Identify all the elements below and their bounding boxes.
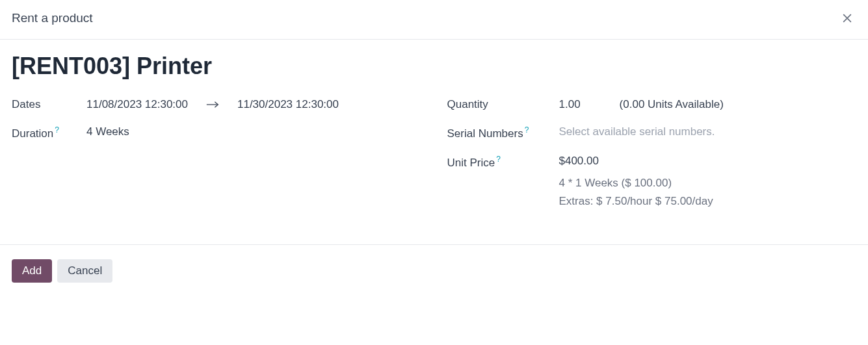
quantity-values: 1.00 (0.00 Units Available) — [559, 98, 724, 111]
modal-footer: Add Cancel — [0, 244, 868, 296]
quantity-label: Quantity — [447, 98, 559, 111]
unit-price-label: Unit Price? — [447, 155, 559, 170]
duration-row: Duration? 4 Weeks — [12, 125, 421, 140]
quantity-availability: (0.00 Units Available) — [620, 98, 724, 111]
unit-price-values: $400.00 4 * 1 Weeks ($ 100.00) Extras: $… — [559, 155, 713, 211]
form-grid: Dates 11/08/2023 12:30:00 11/30/2023 12:… — [12, 98, 856, 225]
product-title: [RENT003] Printer — [12, 53, 856, 80]
duration-label-text: Duration — [12, 127, 53, 140]
arrow-right-icon — [206, 101, 219, 109]
modal-header: Rent a product — [0, 0, 868, 40]
rent-product-modal: Rent a product [RENT003] Printer Dates 1… — [0, 0, 868, 296]
dates-label: Dates — [12, 98, 86, 111]
dates-values: 11/08/2023 12:30:00 11/30/2023 12:30:00 — [86, 98, 339, 111]
modal-body: [RENT003] Printer Dates 11/08/2023 12:30… — [0, 40, 868, 244]
duration-label: Duration? — [12, 125, 86, 140]
end-date[interactable]: 11/30/2023 12:30:00 — [237, 98, 339, 111]
unit-price-help-icon[interactable]: ? — [496, 155, 501, 164]
left-column: Dates 11/08/2023 12:30:00 11/30/2023 12:… — [12, 98, 421, 225]
dates-row: Dates 11/08/2023 12:30:00 11/30/2023 12:… — [12, 98, 421, 111]
duration-help-icon[interactable]: ? — [55, 125, 59, 134]
quantity-row: Quantity 1.00 (0.00 Units Available) — [447, 98, 857, 111]
quantity-value[interactable]: 1.00 — [559, 98, 581, 111]
serial-numbers-help-icon[interactable]: ? — [525, 125, 529, 134]
unit-price-label-text: Unit Price — [447, 156, 495, 168]
unit-price-amount[interactable]: $400.00 — [559, 155, 713, 168]
serial-numbers-row: Serial Numbers? Select available serial … — [447, 125, 857, 140]
unit-price-details: 4 * 1 Weeks ($ 100.00) Extras: $ 7.50/ho… — [559, 174, 713, 211]
right-column: Quantity 1.00 (0.00 Units Available) Ser… — [447, 98, 857, 225]
unit-price-extras: Extras: $ 7.50/hour $ 75.00/day — [559, 192, 713, 211]
serial-numbers-label: Serial Numbers? — [447, 125, 559, 140]
start-date[interactable]: 11/08/2023 12:30:00 — [86, 98, 188, 111]
add-button[interactable]: Add — [12, 259, 52, 283]
serial-numbers-input[interactable]: Select available serial numbers. — [559, 125, 715, 138]
unit-price-row: Unit Price? $400.00 4 * 1 Weeks ($ 100.0… — [447, 155, 857, 211]
cancel-button[interactable]: Cancel — [57, 259, 112, 283]
modal-title: Rent a product — [12, 11, 93, 25]
unit-price-breakdown: 4 * 1 Weeks ($ 100.00) — [559, 174, 713, 192]
serial-numbers-label-text: Serial Numbers — [447, 127, 523, 140]
close-icon[interactable] — [838, 9, 856, 27]
duration-value[interactable]: 4 Weeks — [86, 125, 129, 138]
